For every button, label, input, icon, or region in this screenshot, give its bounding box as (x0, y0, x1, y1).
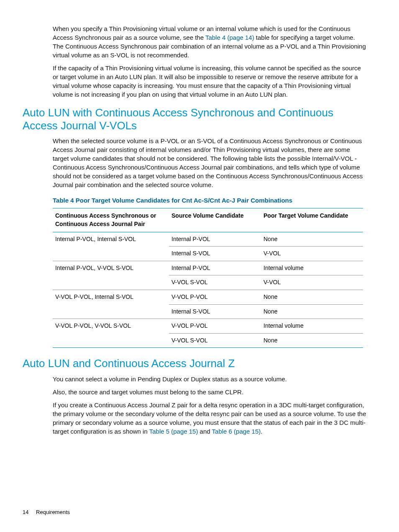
cell-target: None (261, 232, 363, 247)
cell-source: Internal S-VOL (169, 304, 261, 319)
cell-pair: V-VOL P-VOL, V-VOL S-VOL (53, 319, 169, 334)
th-source: Source Volume Candidate (169, 208, 261, 232)
table-4: Continuous Access Synchronous or Continu… (53, 208, 363, 348)
cell-source: V-VOL S-VOL (169, 275, 261, 290)
table-row: V-VOL S-VOLNone (53, 333, 363, 348)
link-table-4[interactable]: Table 4 (page 14) (205, 34, 254, 41)
cell-source: V-VOL P-VOL (169, 290, 261, 304)
cell-pair (53, 275, 169, 290)
cell-source: V-VOL P-VOL (169, 319, 261, 334)
heading-auto-lun-vvols: Auto LUN with Continuous Access Synchron… (23, 106, 366, 132)
cell-target: None (261, 333, 363, 348)
table-row: Internal P-VOL, V-VOL S-VOLInternal P-VO… (53, 261, 363, 275)
table-row: V-VOL S-VOLV-VOL (53, 275, 363, 290)
page-footer: 14 Requirements (23, 509, 70, 516)
cell-pair: Internal P-VOL, V-VOL S-VOL (53, 261, 169, 275)
table-row: Internal P-VOL, Internal S-VOLInternal P… (53, 232, 363, 247)
table-row: V-VOL P-VOL, Internal S-VOLV-VOL P-VOLNo… (53, 290, 363, 304)
cell-target: None (261, 290, 363, 304)
th-pair: Continuous Access Synchronous or Continu… (53, 208, 169, 232)
cell-target: Internal volume (261, 261, 363, 275)
cell-source: V-VOL S-VOL (169, 333, 261, 348)
cell-source: Internal S-VOL (169, 247, 261, 261)
text: and (198, 428, 212, 435)
table-row: Internal S-VOLV-VOL (53, 247, 363, 261)
heading-auto-lun-journal-z: Auto LUN and Continuous Access Journal Z (23, 357, 366, 370)
table-4-caption: Table 4 Poor Target Volume Candidates fo… (53, 196, 366, 205)
table-row: V-VOL P-VOL, V-VOL S-VOLV-VOL P-VOLInter… (53, 319, 363, 334)
cell-pair: Internal P-VOL, Internal S-VOL (53, 232, 169, 247)
paragraph-2: If the capacity of a Thin Provisioning v… (53, 64, 366, 99)
cell-target: V-VOL (261, 247, 363, 261)
cell-target: V-VOL (261, 275, 363, 290)
paragraph-4: You cannot select a volume in Pending Du… (53, 375, 366, 383)
link-table-5[interactable]: Table 5 (page 15) (149, 428, 198, 435)
cell-target: Internal volume (261, 319, 363, 334)
th-target: Poor Target Volume Candidate (261, 208, 363, 232)
cell-target: None (261, 304, 363, 319)
page-number: 14 (23, 509, 28, 515)
link-table-6[interactable]: Table 6 (page 15) (212, 428, 261, 435)
paragraph-1: When you specify a Thin Provisioning vir… (53, 24, 366, 59)
footer-section: Requirements (36, 509, 70, 515)
paragraph-5: Also, the source and target volumes must… (53, 388, 366, 396)
cell-pair (53, 247, 169, 261)
text: . (261, 428, 262, 435)
paragraph-3: When the selected source volume is a P-V… (53, 136, 366, 189)
table-header-row: Continuous Access Synchronous or Continu… (53, 208, 363, 232)
cell-source: Internal P-VOL (169, 232, 261, 247)
paragraph-6: If you create a Continuous Access Journa… (53, 401, 366, 436)
cell-pair (53, 333, 169, 348)
table-row: Internal S-VOLNone (53, 304, 363, 319)
cell-source: Internal P-VOL (169, 261, 261, 275)
cell-pair (53, 304, 169, 319)
cell-pair: V-VOL P-VOL, Internal S-VOL (53, 290, 169, 304)
